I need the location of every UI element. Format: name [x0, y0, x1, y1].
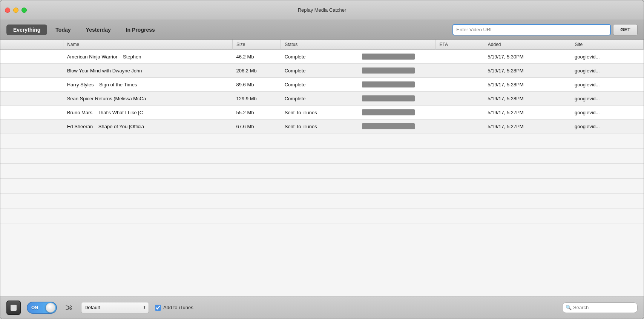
row-site: googlevid... — [571, 64, 643, 78]
row-site: googlevid... — [571, 120, 643, 133]
progress-bar-fill — [362, 81, 415, 87]
table-row[interactable]: American Ninja Warrior – Stephen 46.2 Mb… — [0, 50, 644, 64]
col-header-name[interactable]: Name — [63, 40, 233, 50]
row-icon-cell — [0, 120, 63, 133]
progress-bar-fill — [362, 54, 415, 60]
empty-row — [0, 224, 644, 239]
empty-row — [0, 239, 644, 254]
maximize-button[interactable] — [21, 8, 27, 13]
progress-bar-fill — [362, 109, 415, 115]
row-name: Ed Sheeran – Shape of You [Officia — [63, 120, 233, 133]
row-added: 5/19/17, 5:28PM — [484, 78, 571, 92]
row-added: 5/19/17, 5:27PM — [484, 106, 571, 120]
bottombar: ON Default ⬍ Add to iTunes 🔍 — [0, 296, 644, 319]
row-status: Complete — [281, 78, 358, 92]
row-eta — [435, 64, 484, 78]
col-header-size[interactable]: Size — [233, 40, 281, 50]
row-size: 89.6 Mb — [233, 78, 281, 92]
row-name: Harry Styles – Sign of the Times – — [63, 78, 233, 92]
close-button[interactable] — [5, 8, 10, 13]
toggle-knob — [46, 303, 55, 313]
row-size: 129.9 Mb — [233, 92, 281, 106]
progress-bar-wrap — [362, 123, 415, 129]
row-icon-cell — [0, 106, 63, 120]
on-off-toggle[interactable]: ON — [27, 302, 57, 314]
empty-cell — [0, 194, 644, 209]
empty-row — [0, 209, 644, 224]
minimize-button[interactable] — [13, 8, 18, 13]
media-table: Name Size Status ETA Added Site American… — [0, 40, 644, 254]
progress-bar-fill — [362, 95, 415, 101]
row-added: 5/19/17, 5:28PM — [484, 92, 571, 106]
traffic-lights — [5, 8, 27, 13]
row-status: Sent To iTunes — [281, 120, 358, 133]
row-status: Complete — [281, 64, 358, 78]
col-header-progress — [358, 40, 435, 50]
app-window: Replay Media Catcher Everything Today Ye… — [0, 0, 644, 319]
table-row[interactable]: Sean Spicer Returns (Melissa McCa 129.9 … — [0, 92, 644, 106]
row-icon-cell — [0, 64, 63, 78]
row-eta — [435, 78, 484, 92]
shuffle-button[interactable] — [63, 302, 75, 314]
profile-select[interactable]: Default — [81, 302, 149, 313]
tab-inprogress[interactable]: In Progress — [119, 25, 162, 35]
row-eta — [435, 106, 484, 120]
tab-today[interactable]: Today — [49, 25, 77, 35]
row-progress — [358, 64, 435, 78]
empty-row — [0, 164, 644, 179]
empty-row — [0, 149, 644, 164]
table-row[interactable]: Bruno Mars – That's What I Like [C 55.2 … — [0, 106, 644, 120]
tab-everything[interactable]: Everything — [6, 25, 47, 35]
row-site: googlevid... — [571, 50, 643, 64]
empty-cell — [0, 133, 644, 149]
get-button[interactable]: GET — [613, 24, 638, 35]
row-name: Sean Spicer Returns (Melissa McCa — [63, 92, 233, 106]
row-progress — [358, 78, 435, 92]
row-eta — [435, 92, 484, 106]
row-icon-cell — [0, 50, 63, 64]
search-icon: 🔍 — [566, 305, 572, 310]
record-button[interactable] — [6, 301, 21, 315]
progress-bar-fill — [362, 67, 415, 74]
progress-bar-wrap — [362, 54, 415, 60]
row-status: Sent To iTunes — [281, 106, 358, 120]
row-name: Bruno Mars – That's What I Like [C — [63, 106, 233, 120]
itunes-checkbox[interactable] — [155, 305, 161, 311]
empty-row — [0, 179, 644, 194]
row-name: American Ninja Warrior – Stephen — [63, 50, 233, 64]
table-row[interactable]: Blow Your Mind with Dwayne John 206.2 Mb… — [0, 64, 644, 78]
toolbar: Everything Today Yesterday In Progress G… — [0, 20, 644, 40]
row-status: Complete — [281, 92, 358, 106]
row-size: 55.2 Mb — [233, 106, 281, 120]
col-header-eta[interactable]: ETA — [435, 40, 484, 50]
table-row[interactable]: Harry Styles – Sign of the Times – 89.6 … — [0, 78, 644, 92]
empty-cell — [0, 164, 644, 179]
col-header-icon — [0, 40, 63, 50]
empty-cell — [0, 209, 644, 224]
row-added: 5/19/17, 5:27PM — [484, 120, 571, 133]
empty-cell — [0, 149, 644, 164]
empty-cell — [0, 224, 644, 239]
itunes-checkbox-label[interactable]: Add to iTunes — [155, 305, 193, 311]
row-eta — [435, 120, 484, 133]
row-name: Blow Your Mind with Dwayne John — [63, 64, 233, 78]
row-added: 5/19/17, 5:30PM — [484, 50, 571, 64]
table-row[interactable]: Ed Sheeran – Shape of You [Officia 67.6 … — [0, 120, 644, 133]
toggle-label: ON — [31, 305, 38, 310]
empty-row — [0, 133, 644, 149]
col-header-added[interactable]: Added — [484, 40, 571, 50]
toggle-wrap: ON — [27, 302, 57, 314]
row-size: 46.2 Mb — [233, 50, 281, 64]
col-header-site[interactable]: Site — [571, 40, 643, 50]
url-input-group: GET — [452, 24, 638, 35]
row-icon-cell — [0, 92, 63, 106]
row-site: googlevid... — [571, 106, 643, 120]
record-icon — [11, 305, 17, 311]
url-input[interactable] — [452, 24, 611, 35]
col-header-status[interactable]: Status — [281, 40, 358, 50]
tab-yesterday[interactable]: Yesterday — [79, 25, 118, 35]
row-icon-cell — [0, 78, 63, 92]
itunes-label: Add to iTunes — [163, 305, 193, 310]
row-site: googlevid... — [571, 92, 643, 106]
search-input[interactable] — [573, 305, 626, 310]
